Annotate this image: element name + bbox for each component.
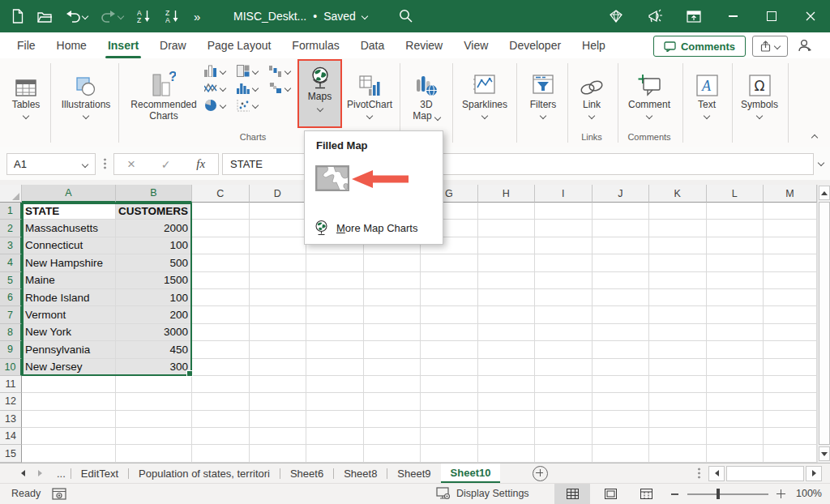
workbook-title[interactable]: MISC_Deskt... • Saved [233, 0, 367, 32]
maximize-button[interactable] [752, 0, 791, 32]
cell-K7[interactable] [649, 306, 707, 323]
diamond-icon[interactable] [597, 0, 635, 32]
cell-D2[interactable] [250, 220, 307, 237]
cell-J2[interactable] [593, 220, 650, 237]
zoom-slider-track[interactable] [687, 493, 768, 494]
pivotchart-dropdown-icon[interactable] [366, 113, 373, 119]
cell-I5[interactable] [535, 272, 593, 289]
more-map-charts-item[interactable]: More Map Charts [314, 220, 417, 236]
column-header-J[interactable]: J [593, 185, 650, 203]
cancel-icon[interactable]: × [127, 156, 135, 173]
cell-E4[interactable] [306, 254, 364, 271]
cell-D10[interactable] [250, 359, 307, 376]
column-header-I[interactable]: I [535, 185, 593, 203]
symbols-dropdown-icon[interactable] [756, 113, 763, 119]
undo-dropdown-icon[interactable] [82, 13, 88, 19]
cell-L9[interactable] [707, 341, 764, 358]
sort-za-button[interactable]: ZA [165, 9, 180, 23]
tab-home[interactable]: Home [46, 32, 97, 58]
cell-G5[interactable] [421, 272, 478, 289]
cell-I9[interactable] [535, 341, 593, 358]
cell-M15[interactable] [764, 445, 817, 462]
scatter-chart-button[interactable] [237, 99, 262, 112]
cell-A5[interactable]: Maine [22, 272, 116, 289]
cell-B1[interactable]: CUSTOMERS [116, 203, 192, 220]
cell-K9[interactable] [649, 341, 707, 358]
sheet-tab-population-of-states-territori[interactable]: Population of states, territori [129, 463, 280, 483]
cell-A6[interactable]: Rhode Island [22, 289, 116, 306]
line-chart-button[interactable] [204, 82, 229, 94]
sheet-tab-sheet9[interactable]: Sheet9 [387, 463, 440, 483]
cell-C15[interactable] [192, 445, 250, 462]
cell-F10[interactable] [364, 359, 421, 376]
cell-G8[interactable] [421, 324, 478, 341]
cell-M10[interactable] [764, 359, 817, 376]
cell-E13[interactable] [306, 411, 364, 428]
cell-I6[interactable] [535, 289, 593, 306]
contact-person-icon[interactable] [798, 39, 812, 53]
cell-J1[interactable] [593, 203, 650, 220]
pie-chart-dropdown-icon[interactable] [220, 102, 226, 109]
cell-E14[interactable] [306, 428, 364, 445]
cell-D6[interactable] [250, 289, 307, 306]
tab-file[interactable]: File [6, 32, 46, 58]
cell-C7[interactable] [192, 306, 250, 323]
cell-I1[interactable] [535, 203, 593, 220]
row-header-13[interactable]: 13 [0, 411, 22, 428]
row-header-4[interactable]: 4 [0, 254, 22, 271]
cell-G6[interactable] [421, 289, 478, 306]
comment-dropdown-icon[interactable] [646, 113, 652, 119]
cell-K6[interactable] [649, 289, 707, 306]
cell-E5[interactable] [306, 272, 364, 289]
zoom-in-button[interactable] [777, 489, 785, 498]
cell-M2[interactable] [764, 220, 817, 237]
cell-J14[interactable] [593, 428, 650, 445]
cell-B13[interactable] [116, 411, 192, 428]
cell-M11[interactable] [764, 376, 817, 393]
cell-D7[interactable] [250, 306, 307, 323]
column-header-M[interactable]: M [764, 185, 817, 203]
cell-L5[interactable] [707, 272, 764, 289]
cell-K3[interactable] [649, 237, 707, 254]
zoom-percentage[interactable]: 100% [796, 488, 822, 499]
cell-B5[interactable]: 1500 [116, 272, 192, 289]
cell-E12[interactable] [306, 393, 364, 410]
cell-E15[interactable] [306, 445, 364, 462]
horizontal-scrollbar[interactable] [708, 463, 822, 483]
hierarchy-chart-dropdown-icon[interactable] [252, 67, 259, 74]
cell-D11[interactable] [250, 376, 307, 393]
cell-G10[interactable] [421, 359, 478, 376]
cell-H11[interactable] [478, 376, 536, 393]
cell-L14[interactable] [707, 428, 764, 445]
filled-map-option[interactable] [315, 165, 349, 191]
tables-button[interactable]: Tables [5, 61, 47, 129]
undo-button[interactable] [66, 10, 88, 23]
cell-H2[interactable] [478, 220, 536, 237]
cell-J11[interactable] [593, 376, 650, 393]
row-header-10[interactable]: 10 [0, 359, 22, 376]
cell-E11[interactable] [306, 376, 364, 393]
sheet-tab-edittext[interactable]: EditText [71, 463, 128, 483]
cell-J4[interactable] [593, 254, 650, 271]
text-button[interactable]: A Text [687, 61, 726, 129]
cell-K14[interactable] [649, 428, 707, 445]
cell-K15[interactable] [649, 445, 707, 462]
cell-F4[interactable] [364, 254, 421, 271]
link-button[interactable]: Link [572, 61, 611, 129]
vertical-scrollbar[interactable] [817, 185, 830, 463]
cell-H1[interactable] [478, 203, 536, 220]
maps-dropdown-icon[interactable] [316, 105, 323, 112]
cell-M6[interactable] [764, 289, 817, 306]
cell-C3[interactable] [192, 237, 250, 254]
link-dropdown-icon[interactable] [588, 113, 595, 119]
cell-E6[interactable] [306, 289, 364, 306]
cell-D9[interactable] [250, 341, 307, 358]
next-sheet-icon[interactable] [38, 470, 42, 476]
cell-F11[interactable] [364, 376, 421, 393]
select-all-corner[interactable] [0, 185, 22, 203]
cell-J12[interactable] [593, 393, 650, 410]
tab-developer[interactable]: Developer [498, 32, 571, 58]
cell-K4[interactable] [649, 254, 707, 271]
cell-F12[interactable] [364, 393, 421, 410]
cell-M3[interactable] [764, 237, 817, 254]
